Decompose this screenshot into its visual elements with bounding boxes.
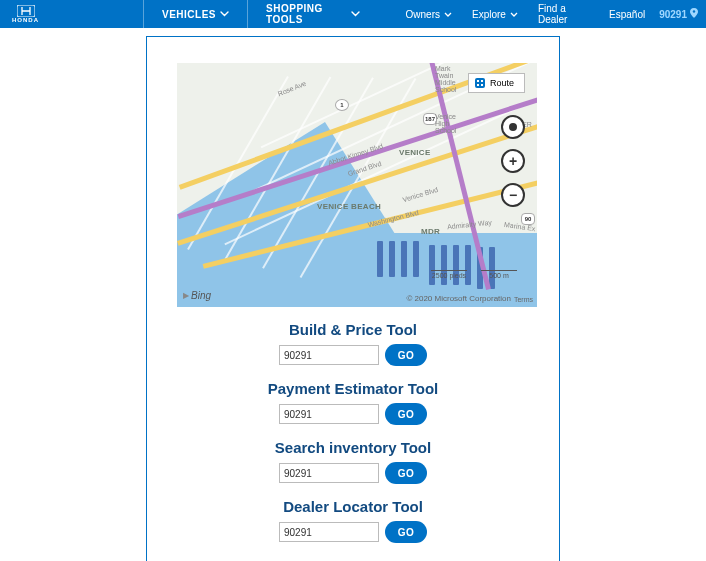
map-locate-button[interactable] <box>501 115 525 139</box>
map-zoom-out-button[interactable]: − <box>501 183 525 207</box>
zip-input[interactable] <box>279 345 379 365</box>
map-copyright: © 2020 Microsoft Corporation <box>406 294 511 303</box>
nav-link-label: Explore <box>472 9 506 20</box>
tool-title: Dealer Locator Tool <box>177 498 529 515</box>
svg-point-1 <box>693 10 695 12</box>
map-scalebar-meters: 500 m <box>481 270 517 279</box>
go-button[interactable]: GO <box>385 344 427 366</box>
honda-logo[interactable]: HONDA <box>0 5 51 23</box>
nav-zip[interactable]: 90291 <box>655 8 706 20</box>
map-label-venice: VENICE <box>399 148 431 157</box>
nav-link-find-dealer[interactable]: Find a Dealer <box>528 3 599 25</box>
map-scalebar-feet: 2500 pieds <box>431 270 467 279</box>
tool-title: Build & Price Tool <box>177 321 529 338</box>
brand-label: HONDA <box>12 17 39 23</box>
route-shield-1: 1 <box>335 99 349 111</box>
tool-build-price: Build & Price Tool GO <box>177 321 529 366</box>
map[interactable]: 1 187 90 VENICE VENICE BEACH MDR Mark Tw… <box>177 63 537 307</box>
zip-input[interactable] <box>279 404 379 424</box>
tool-payment-estimator: Payment Estimator Tool GO <box>177 380 529 425</box>
go-button[interactable]: GO <box>385 462 427 484</box>
tool-title: Payment Estimator Tool <box>177 380 529 397</box>
tool-search-inventory: Search inventory Tool GO <box>177 439 529 484</box>
map-route-label: Route <box>490 78 514 88</box>
map-terms-link[interactable]: Terms <box>514 296 533 303</box>
nav-tab-label: SHOPPING TOOLS <box>266 3 347 25</box>
tool-title: Search inventory Tool <box>177 439 529 456</box>
nav-link-language[interactable]: Español <box>599 9 655 20</box>
nav-zip-label: 90291 <box>659 9 687 20</box>
chevron-down-icon <box>444 12 452 17</box>
map-label-mdr: MDR <box>421 227 440 236</box>
top-nav: HONDA VEHICLES SHOPPING TOOLS Owners Exp… <box>0 0 706 28</box>
map-label-venice-beach: VENICE BEACH <box>317 202 381 211</box>
map-label-mark-twain: Mark Twain Middle School <box>435 65 456 93</box>
zip-input[interactable] <box>279 522 379 542</box>
map-zoom-in-button[interactable]: + <box>501 149 525 173</box>
map-route-button[interactable]: Route <box>468 73 525 93</box>
nav-link-label: Owners <box>406 9 440 20</box>
nav-tab-label: VEHICLES <box>162 9 216 20</box>
tool-dealer-locator: Dealer Locator Tool GO <box>177 498 529 543</box>
chevron-down-icon <box>510 12 518 17</box>
chevron-down-icon <box>220 11 229 17</box>
nav-tab-vehicles[interactable]: VEHICLES <box>143 0 247 28</box>
nav-tab-shopping-tools[interactable]: SHOPPING TOOLS <box>247 0 378 28</box>
go-button[interactable]: GO <box>385 403 427 425</box>
bing-logo: Bing <box>183 290 211 301</box>
honda-h-icon <box>17 5 35 17</box>
zip-input[interactable] <box>279 463 379 483</box>
nav-link-owners[interactable]: Owners <box>396 9 462 20</box>
go-button[interactable]: GO <box>385 521 427 543</box>
tools-card: 1 187 90 VENICE VENICE BEACH MDR Mark Tw… <box>146 36 560 561</box>
map-label-venice-hs: Venice High School <box>435 113 456 134</box>
chevron-down-icon <box>351 11 360 17</box>
location-pin-icon <box>690 8 698 20</box>
nav-link-explore[interactable]: Explore <box>462 9 528 20</box>
